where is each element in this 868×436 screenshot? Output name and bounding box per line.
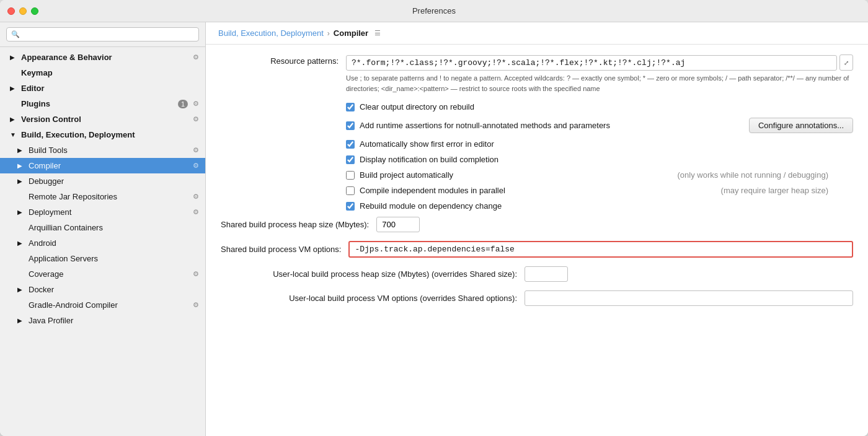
traffic-lights [7, 7, 38, 15]
sidebar-item-coverage[interactable]: Coverage ⚙ [0, 266, 205, 282]
chevron-icon: ▶ [17, 240, 26, 246]
chevron-icon: ▼ [10, 131, 19, 138]
sidebar-item-label: Appearance & Behavior [21, 53, 190, 62]
settings-icon: ⚙ [193, 208, 199, 216]
clear-output-row: Clear output directory on rebuild [221, 102, 853, 111]
sidebar-item-plugins[interactable]: Plugins 1 ⚙ [0, 96, 205, 111]
sidebar-item-build-tools[interactable]: ▶ Build Tools ⚙ [0, 142, 205, 158]
sidebar-item-label: Build, Execution, Deployment [21, 130, 199, 139]
content-panel: Build, Execution, Deployment › Compiler … [206, 22, 868, 436]
chevron-icon: ▶ [17, 286, 26, 293]
search-bar: 🔍 [0, 22, 205, 47]
sidebar-item-remote-jar[interactable]: Remote Jar Repositories ⚙ [0, 189, 205, 204]
settings-icon: ☰ [374, 29, 381, 37]
resource-patterns-input[interactable] [346, 55, 837, 71]
maximize-button[interactable] [31, 7, 38, 15]
sidebar-item-docker[interactable]: ▶ Docker [0, 282, 205, 297]
settings-icon: ⚙ [193, 162, 199, 170]
shared-heap-input[interactable] [376, 217, 420, 232]
resource-patterns-row: Resource patterns: ⤢ Use ; to separate p… [221, 54, 853, 94]
window-title: Preferences [412, 6, 456, 15]
titlebar: Preferences [0, 0, 868, 22]
settings-icon: ⚙ [193, 115, 199, 123]
sidebar-item-debugger[interactable]: ▶ Debugger [0, 173, 205, 189]
build-automatically-row: Build project automatically (only works … [221, 170, 853, 180]
show-first-error-checkbox[interactable] [346, 140, 355, 149]
sidebar-item-editor[interactable]: ▶ Editor [0, 81, 205, 96]
sidebar-item-appearance[interactable]: ▶ Appearance & Behavior ⚙ [0, 50, 205, 65]
sidebar-item-label: Remote Jar Repositories [29, 192, 190, 201]
sidebar-item-deployment[interactable]: ▶ Deployment ⚙ [0, 204, 205, 220]
user-vm-label: User-local build process VM options (ove… [221, 294, 525, 303]
shared-heap-row: Shared build process heap size (Mbytes): [221, 217, 853, 232]
sidebar-item-gradle-android[interactable]: Gradle-Android Compiler ⚙ [0, 297, 205, 313]
sidebar-item-label: Coverage [29, 269, 190, 279]
sidebar-item-arquillian[interactable]: Arquillian Containers [0, 220, 205, 235]
minimize-button[interactable] [19, 7, 27, 15]
settings-icon: ⚙ [193, 270, 199, 278]
runtime-assertions-checkbox[interactable] [346, 121, 355, 130]
clear-output-checkbox[interactable] [346, 103, 355, 111]
hint-text: Use ; to separate patterns and ! to nega… [346, 73, 853, 94]
compile-parallel-checkbox[interactable] [346, 186, 355, 195]
user-heap-input[interactable] [525, 266, 568, 282]
show-first-error-label: Automatically show first error in editor [360, 139, 494, 149]
display-notification-label: Display notification on build completion [360, 155, 498, 164]
shared-vm-input[interactable] [348, 241, 853, 258]
sidebar-item-java-profiler[interactable]: ▶ Java Profiler [0, 313, 205, 328]
user-heap-label: User-local build process heap size (Mbyt… [221, 269, 525, 279]
sidebar-item-label: Build Tools [29, 146, 190, 155]
display-notification-row: Display notification on build completion [221, 155, 853, 164]
rebuild-module-checkbox[interactable] [346, 202, 355, 211]
sidebar-item-android[interactable]: ▶ Android [0, 235, 205, 251]
settings-icon: ⚙ [193, 146, 199, 154]
sidebar-item-label: Application Servers [29, 254, 199, 263]
breadcrumb-parent[interactable]: Build, Execution, Deployment [218, 28, 324, 38]
sidebar-item-build-execution[interactable]: ▼ Build, Execution, Deployment [0, 127, 205, 142]
sidebar: 🔍 ▶ Appearance & Behavior ⚙ Keymap [0, 22, 206, 436]
sidebar-item-keymap[interactable]: Keymap [0, 65, 205, 81]
compile-parallel-row: Compile independent modules in parallel … [221, 186, 853, 195]
sidebar-item-compiler[interactable]: ▶ Compiler ⚙ [0, 158, 205, 173]
breadcrumb-bar: Build, Execution, Deployment › Compiler … [206, 22, 868, 45]
configure-annotations-button[interactable]: Configure annotations... [749, 118, 853, 133]
build-automatically-checkbox[interactable] [346, 171, 355, 180]
sidebar-item-label: Keymap [21, 68, 199, 77]
search-input-wrap[interactable]: 🔍 [6, 27, 199, 41]
close-button[interactable] [7, 7, 15, 15]
breadcrumb-separator: › [327, 29, 330, 38]
rebuild-module-row: Rebuild module on dependency change [221, 201, 853, 211]
sidebar-item-label: Java Profiler [29, 316, 199, 325]
user-vm-input[interactable] [525, 290, 853, 306]
search-input[interactable] [23, 30, 194, 39]
sidebar-item-version-control[interactable]: ▶ Version Control ⚙ [0, 111, 205, 127]
chevron-icon: ▶ [17, 147, 26, 154]
chevron-icon: ▶ [10, 116, 19, 123]
sidebar-item-app-servers[interactable]: Application Servers [0, 251, 205, 266]
plugins-badge: 1 [178, 100, 188, 108]
sidebar-item-label: Plugins [21, 99, 178, 108]
sidebar-item-label: Android [29, 238, 199, 248]
rebuild-module-label: Rebuild module on dependency change [360, 201, 502, 211]
preferences-window: Preferences 🔍 ▶ Appearance & Behavior ⚙ [0, 0, 868, 436]
runtime-assertions-row: Add runtime assertions for notnull-annot… [221, 118, 853, 133]
display-notification-checkbox[interactable] [346, 155, 355, 164]
expand-button[interactable]: ⤢ [839, 54, 853, 71]
settings-icon: ⚙ [193, 100, 199, 108]
shared-vm-label: Shared build process VM options: [221, 245, 348, 254]
shared-vm-row: Shared build process VM options: [221, 241, 853, 258]
user-vm-row: User-local build process VM options (ove… [221, 290, 853, 306]
runtime-assertions-label: Add runtime assertions for notnull-annot… [360, 121, 610, 130]
resource-patterns-control: ⤢ Use ; to separate patterns and ! to ne… [346, 54, 853, 94]
compile-parallel-label: Compile independent modules in parallel [360, 186, 505, 195]
clear-output-label: Clear output directory on rebuild [360, 102, 474, 111]
main-content: 🔍 ▶ Appearance & Behavior ⚙ Keymap [0, 22, 868, 436]
settings-icon: ⚙ [193, 193, 199, 201]
build-automatically-label: Build project automatically [360, 170, 453, 180]
chevron-icon: ▶ [17, 317, 26, 324]
sidebar-item-label: Arquillian Containers [29, 223, 199, 232]
chevron-icon: ▶ [17, 209, 26, 216]
breadcrumb-current: Compiler [334, 28, 368, 38]
sidebar-item-label: Editor [21, 84, 199, 93]
build-automatically-note: (only works while not running / debuggin… [677, 170, 853, 180]
